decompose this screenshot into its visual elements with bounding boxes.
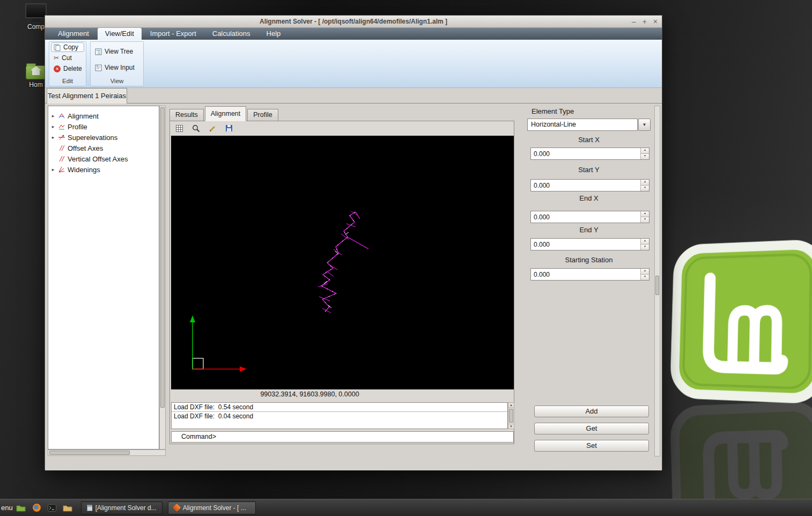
- scrollbar-thumb[interactable]: [49, 451, 130, 455]
- taskbar-window-1[interactable]: [Alignment Solver d...: [81, 502, 163, 514]
- profile-icon: [58, 123, 65, 130]
- tree-item-label: Profile: [68, 123, 87, 131]
- spin-up-icon[interactable]: ▲: [641, 269, 649, 275]
- tree-item-label: Alignment: [68, 112, 99, 120]
- tree-item-widenings[interactable]: ▸ Widenings: [48, 164, 159, 175]
- titlebar[interactable]: Alignment Solver - [ /opt/iqsoft/align64…: [45, 16, 662, 28]
- end-y-field[interactable]: ▲▼: [530, 238, 649, 250]
- end-x-field[interactable]: ▲▼: [530, 211, 649, 223]
- start-y-field[interactable]: ▲▼: [530, 179, 649, 191]
- tab-profile[interactable]: Profile: [247, 109, 278, 121]
- start-y-input[interactable]: [531, 180, 640, 191]
- start-y-spinner[interactable]: ▲▼: [640, 180, 649, 191]
- scrollbar-thumb[interactable]: [509, 409, 513, 423]
- element-type-dropdown[interactable]: Horizontal-Line ▼: [527, 119, 651, 131]
- menu-tab-alignment[interactable]: Alignment: [50, 28, 97, 40]
- end-x-input[interactable]: [531, 211, 640, 223]
- element-type-label: Element Type: [532, 107, 574, 115]
- minimize-button[interactable]: –: [632, 16, 636, 28]
- right-panel-scrollbar[interactable]: [654, 106, 660, 456]
- starting-station-input[interactable]: [531, 269, 640, 280]
- cut-label: Cut: [62, 54, 72, 62]
- add-button[interactable]: Add: [534, 406, 649, 417]
- set-button[interactable]: Set: [534, 440, 649, 452]
- end-y-spinner[interactable]: ▲▼: [640, 239, 649, 250]
- expand-arrow-icon[interactable]: ▸: [50, 135, 56, 140]
- tree-item-superelevations[interactable]: ▸ Superelevations: [48, 132, 159, 143]
- spin-down-icon[interactable]: ▼: [641, 217, 649, 223]
- menu-tab-help[interactable]: Help: [259, 28, 289, 40]
- command-input[interactable]: Command>: [171, 431, 514, 443]
- drawing-canvas[interactable]: [171, 136, 514, 389]
- menu-tab-view-edit[interactable]: View/Edit: [98, 28, 142, 40]
- grid-button[interactable]: [174, 123, 184, 133]
- taskbar-window-2[interactable]: Alignment Solver - [ ...: [168, 502, 256, 514]
- spin-up-icon[interactable]: ▲: [641, 148, 649, 154]
- spin-up-icon[interactable]: ▲: [641, 211, 649, 217]
- view-tree-button[interactable]: View Tree: [92, 47, 142, 56]
- vertical-offset-axes-icon: [58, 155, 65, 163]
- zoom-button[interactable]: [191, 123, 201, 133]
- get-button[interactable]: Get: [534, 423, 649, 434]
- taskbar: enu [Alignment Solver d... Alignment Sol…: [0, 499, 812, 516]
- menu-button[interactable]: enu: [0, 504, 16, 512]
- maximize-button[interactable]: +: [643, 16, 647, 28]
- spin-down-icon[interactable]: ▼: [641, 186, 649, 191]
- edit-button[interactable]: [208, 123, 217, 133]
- start-x-spinner[interactable]: ▲▼: [640, 148, 649, 159]
- start-x-field[interactable]: ▲▼: [530, 148, 649, 160]
- copy-label: Copy: [63, 43, 78, 51]
- tab-results[interactable]: Results: [169, 109, 204, 121]
- spin-down-icon[interactable]: ▼: [641, 154, 649, 159]
- spin-down-icon[interactable]: ▼: [641, 275, 649, 280]
- view-input-button[interactable]: View Input: [92, 63, 142, 72]
- end-y-input[interactable]: [531, 239, 640, 250]
- ribbon: Copy ✂ Cut ✕ Delete Edit View Tree: [45, 40, 662, 88]
- ribbon-group-view: View Tree View Input View: [90, 41, 144, 86]
- tab-alignment[interactable]: Alignment: [205, 106, 247, 121]
- close-button[interactable]: ×: [653, 16, 658, 28]
- starting-station-spinner[interactable]: ▲▼: [640, 269, 649, 280]
- files-icon[interactable]: [63, 504, 72, 512]
- log-scrollbar[interactable]: ▲ ▼: [508, 402, 514, 429]
- end-x-spinner[interactable]: ▲▼: [640, 211, 649, 223]
- tree-item-alignment[interactable]: ▸ Alignment: [48, 110, 159, 121]
- tree-item-profile[interactable]: ▸ Profile: [48, 121, 159, 132]
- firefox-icon[interactable]: [32, 503, 41, 512]
- document-tab[interactable]: Test Alignment 1 Peiraias: [47, 88, 127, 104]
- tree-item-vertical-offset-axes[interactable]: Vertical Offset Axes: [48, 153, 159, 164]
- expand-arrow-icon[interactable]: ▸: [50, 113, 56, 119]
- spin-up-icon[interactable]: ▲: [641, 239, 649, 245]
- expand-arrow-icon[interactable]: ▸: [50, 167, 56, 172]
- start-x-label: Start X: [527, 136, 651, 144]
- chevron-down-icon[interactable]: ▼: [638, 119, 651, 131]
- starting-station-field[interactable]: ▲▼: [530, 268, 649, 281]
- menu-tab-calculations[interactable]: Calculations: [205, 28, 258, 40]
- spin-down-icon[interactable]: ▼: [641, 245, 649, 250]
- view-group-label: View: [91, 77, 143, 86]
- cut-button[interactable]: ✂ Cut: [51, 53, 84, 63]
- tree-item-offset-axes[interactable]: Offset Axes: [48, 143, 159, 153]
- scroll-up-icon[interactable]: ▲: [508, 403, 514, 408]
- copy-button[interactable]: Copy: [51, 42, 84, 52]
- scroll-down-icon[interactable]: ▼: [508, 424, 514, 429]
- expand-arrow-icon[interactable]: ▸: [50, 124, 56, 129]
- log-entry: Load DXF file: 0.54 second: [172, 403, 507, 412]
- green-folder-icon[interactable]: [16, 504, 26, 512]
- scissors-icon: ✂: [54, 54, 59, 62]
- delete-button[interactable]: ✕ Delete: [51, 64, 84, 73]
- view-input-icon: [95, 64, 102, 71]
- start-x-input[interactable]: [531, 148, 640, 159]
- terminal-icon[interactable]: [48, 504, 56, 512]
- alignment-view-panel: 99032.3914, 91603.9980, 0.0000 Load DXF …: [169, 121, 514, 444]
- save-button[interactable]: [224, 123, 234, 133]
- menu-tab-import-export[interactable]: Import - Export: [143, 28, 204, 40]
- end-y-label: End Y: [527, 226, 651, 234]
- tree-vertical-scrollbar[interactable]: [159, 106, 166, 449]
- scrollbar-thumb[interactable]: [160, 107, 165, 408]
- edit-group-label: Edit: [49, 77, 86, 86]
- tree-horizontal-scrollbar[interactable]: [48, 449, 166, 456]
- spin-up-icon[interactable]: ▲: [641, 180, 649, 186]
- end-x-label: End X: [527, 194, 651, 202]
- scrollbar-thumb[interactable]: [655, 276, 659, 295]
